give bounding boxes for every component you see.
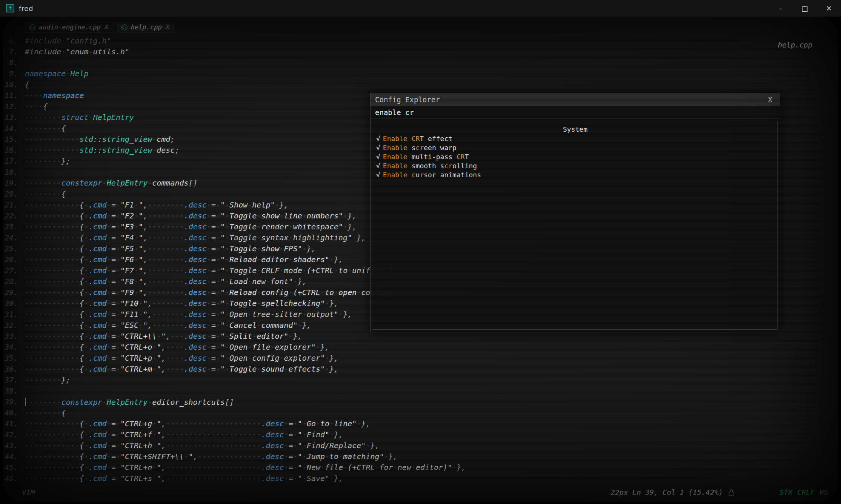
code-text: ············std::string_view·desc; [25,145,180,156]
code-line[interactable]: 36.············{·.cmd·=·"CTRL+m·",····.d… [3,364,838,375]
code-line[interactable]: 37.········}; [3,375,838,386]
code-line[interactable]: 45.············{·.cmd·=·"CTRL+n·",······… [3,462,838,473]
line-number: 37. [3,375,25,386]
code-text: ············{·.cmd·=·"CTRL+\\·",···.desc… [25,331,302,342]
line-number: 41. [3,418,25,429]
code-text: ············{·.cmd·=·"CTRL+h·",·········… [25,440,380,451]
code-line[interactable]: 43.············{·.cmd·=·"CTRL+h·",······… [3,440,838,451]
code-line[interactable]: 9.namespace·Help [3,68,838,79]
line-number: 45. [3,462,25,473]
line-number: 6. [3,35,25,46]
line-number: 31. [3,309,25,320]
config-option-row[interactable]: √Enable cursor animations [373,171,777,180]
code-text: ············{·.cmd·=·"CTRL+m·",····.desc… [25,364,338,375]
line-number: 43. [3,440,25,451]
lock-icon [728,489,735,496]
checkbox-checked-icon[interactable]: √ [376,153,380,161]
close-button[interactable]: ✕ [817,0,841,17]
line-number: 17. [3,156,25,167]
checkbox-checked-icon[interactable]: √ [376,171,380,179]
cpp-file-icon: C+ [29,24,35,31]
line-number: 15. [3,134,25,145]
code-line[interactable]: 44.············{·.cmd·=·"CTRL+SHIFT+\\·"… [3,451,838,462]
code-line[interactable]: 8. [3,57,838,68]
code-line[interactable]: 46.············{·.cmd·=·"CTRL+s·",······… [3,473,838,484]
ws-toggle[interactable]: WS [819,488,828,496]
config-section-header: System [373,124,777,134]
code-text: ········constexpr·HelpEntry·commands[] [25,178,198,189]
tab-close-icon[interactable]: X [165,24,169,31]
text-cursor [25,398,26,406]
checkbox-checked-icon[interactable]: √ [376,162,380,170]
line-number: 12. [3,101,25,112]
code-line[interactable]: 42.············{·.cmd·=·"CTRL+f·",······… [3,429,838,440]
code-line[interactable]: 41.············{·.cmd·=·"CTRL+g·",······… [3,418,838,429]
config-option-row[interactable]: √Enable screen warp [373,143,777,152]
window-title: fred [19,5,33,12]
code-text: #include·"config.h" [25,35,111,46]
code-text: #include·"enum-utils.h" [25,46,129,57]
code-text: ············{·.cmd·=·"F7·",········.desc… [25,265,398,276]
code-line[interactable]: 6.#include·"config.h" [3,35,838,46]
code-text: ············{·.cmd·=·"CTRL+n·",·········… [25,462,466,473]
code-line[interactable]: 34.············{·.cmd·=·"CTRL+o·",····.d… [3,342,838,353]
config-explorer-close-icon[interactable]: X [765,95,775,104]
code-line[interactable]: 10.{ [3,79,838,90]
config-option-row[interactable]: √Enable smooth scrolling [373,161,777,171]
line-number: 20. [3,189,25,200]
line-number: 27. [3,265,25,276]
code-line[interactable]: 35.············{·.cmd·=·"CTRL+p·",····.d… [3,353,838,364]
line-number: 21. [3,200,25,211]
cpp-file-icon: C+ [121,24,128,31]
config-option-row[interactable]: √Enable multi-pass CRT [373,152,777,161]
line-number: 11. [3,90,25,101]
code-line[interactable]: 39.········constexpr·HelpEntry·editor_sh… [3,396,838,407]
line-number: 8. [3,57,25,68]
line-number: 33. [3,331,25,342]
code-text: ············{·.cmd·=·"CTRL+p·",····.desc… [25,353,338,364]
code-line[interactable]: 7.#include·"enum-utils.h" [3,46,838,57]
crlf-toggle[interactable]: CRLF [797,488,815,496]
code-line[interactable]: 33.············{·.cmd·=·"CTRL+\\·",···.d… [3,331,838,342]
line-number: 14. [3,123,25,134]
tab-help[interactable]: C+ help.cpp X [117,22,174,33]
code-line[interactable]: 40.········{ [3,407,838,418]
stx-toggle[interactable]: STX [780,488,792,496]
line-number: 16. [3,145,25,156]
code-text: { [25,79,29,90]
svg-text:C+: C+ [122,26,126,29]
status-bar: VIM 22px Ln 39, Col 1 (15.42%) STX CRLF … [3,486,838,499]
minimize-button[interactable]: – [769,0,793,17]
code-text: ········{ [25,123,66,134]
line-number: 23. [3,221,25,232]
current-file-indicator: help.cpp [778,41,812,49]
code-text: ············{·.cmd·=·"F6·",········.desc… [25,254,343,265]
config-search-input[interactable]: enable cr [371,106,780,119]
maximize-button[interactable]: □ [793,0,817,17]
code-text: ········}; [25,156,70,167]
line-number: 29. [3,287,25,298]
code-text: ············{·.cmd·=·"F9·",········.desc… [25,287,411,298]
tab-label: help.cpp [131,23,162,31]
tab-audio-engine[interactable]: C+ audio-engine.cpp X [25,22,113,33]
code-text: ········{ [25,407,66,418]
line-number: 34. [3,342,25,353]
line-number: 13. [3,112,25,123]
code-text: ············std::string_view·cmd; [25,134,175,145]
config-option-row[interactable]: √Enable CRT effect [373,134,777,143]
code-text: ············{·.cmd·=·"CTRL+SHIFT+\\·",··… [25,451,398,462]
config-explorer-titlebar: Config Explorer X [371,93,780,106]
line-number: 32. [3,320,25,331]
code-line[interactable]: 38. [3,386,838,396]
line-number: 7. [3,46,25,57]
status-flags: STX CRLF WS [780,488,828,496]
checkbox-checked-icon[interactable]: √ [376,144,380,152]
tab-close-icon[interactable]: X [104,24,108,31]
line-number: 26. [3,254,25,265]
svg-text:f: f [9,5,12,11]
line-number: 38. [3,386,25,396]
line-number: 28. [3,276,25,287]
svg-text:C+: C+ [30,26,34,29]
checkbox-checked-icon[interactable]: √ [376,135,380,143]
line-number: 46. [3,473,25,484]
